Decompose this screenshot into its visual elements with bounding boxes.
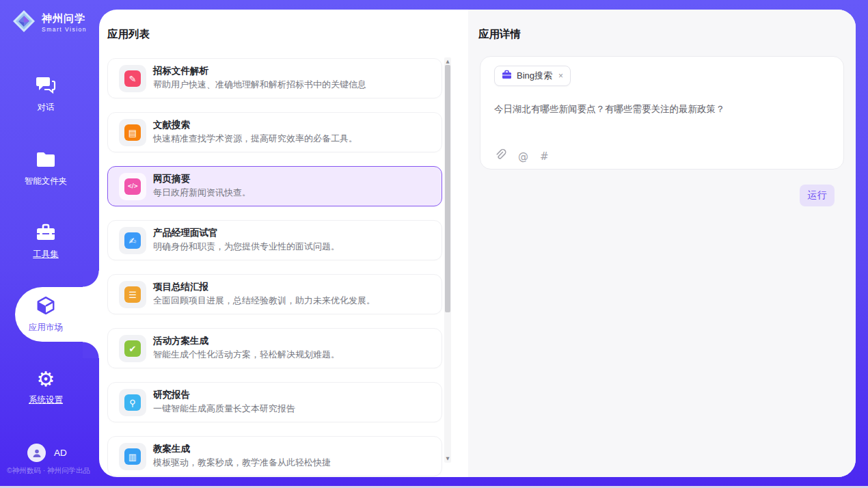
paperclip-icon[interactable] [494, 148, 506, 165]
app-list-item[interactable]: ✔ 活动方案生成 智能生成个性化活动方案，轻松解决规划难题。 [107, 328, 442, 368]
scroll-up-icon[interactable]: ▲ [444, 59, 451, 64]
app-item-title: 产品经理面试官 [153, 227, 218, 239]
app-list-item[interactable]: ☰ 项目总结汇报 全面回顾项目进展，总结经验教训，助力未来优化发展。 [107, 274, 442, 314]
app-list-item[interactable]: ✍ 产品经理面试官 明确身份和职责，为您提供专业性的面试问题。 [107, 220, 442, 260]
brand-logo: 神州问学 Smart Vision [11, 8, 87, 37]
scroll-down-icon[interactable]: ▼ [444, 456, 451, 461]
mention-icon[interactable]: @ [518, 150, 528, 163]
app-item-description: 明确身份和职责，为您提供专业性的面试问题。 [153, 241, 340, 253]
app-item-title: 招标文件解析 [153, 65, 208, 77]
app-list-item[interactable]: ✎ 招标文件解析 帮助用户快速、准确地理解和解析招标书中的关键信息 [107, 58, 442, 98]
app-item-description: 模板驱动，教案秒成，教学准备从此轻松快捷 [153, 457, 331, 469]
copyright-text: ©神州数码 · 神州问学出品 [7, 466, 90, 476]
sidebar-item-smart-folder[interactable]: 智能文件夹 [0, 151, 92, 187]
gear-icon: ⚙ [37, 369, 55, 390]
app-item-description: 智能生成个性化活动方案，轻松解决规划难题。 [153, 349, 340, 361]
hash-icon[interactable]: # [540, 150, 549, 163]
app-item-description: 每日政府新闻资讯快查。 [153, 187, 251, 199]
sidebar-item-chat[interactable]: 对话 [0, 76, 92, 113]
app-item-description: 全面回顾项目进展，总结经验教训，助力未来优化发展。 [153, 295, 375, 307]
scrollbar-thumb[interactable] [445, 65, 450, 312]
user-initials: AD [54, 448, 67, 458]
browser-code-icon: </> [124, 178, 141, 195]
app-item-title: 教案生成 [153, 443, 190, 455]
interviewer-icon: ✍ [124, 232, 141, 249]
book-icon: ▤ [124, 124, 141, 141]
app-item-title: 项目总结汇报 [153, 281, 208, 293]
app-item-title: 研究报告 [153, 389, 190, 401]
tab-curve-top [83, 271, 99, 287]
tool-chip-label: Bing搜索 [517, 70, 552, 82]
notepad-icon: ☰ [124, 286, 141, 303]
document-pen-icon: ✎ [124, 70, 141, 87]
books-icon: ▥ [124, 448, 141, 465]
chat-icon [36, 76, 56, 97]
app-list-item[interactable]: </> 网页摘要 每日政府新闻资讯快查。 [107, 166, 442, 206]
brand-name: 神州问学 [42, 12, 87, 25]
diamond-logo-icon [11, 8, 37, 37]
app-item-title: 网页摘要 [153, 173, 190, 185]
tool-chip-bing-search[interactable]: Bing搜索 × [494, 66, 571, 86]
list-scrollbar[interactable]: ▲ ▼ [444, 57, 451, 463]
briefcase-icon [502, 70, 512, 82]
clipboard-check-icon: ✔ [124, 340, 141, 357]
app-item-description: 一键智能生成高质量长文本研究报告 [153, 403, 295, 415]
close-icon[interactable]: × [557, 71, 563, 81]
avatar [27, 444, 46, 462]
app-item-title: 文献搜索 [153, 119, 190, 131]
app-list-item[interactable]: ▥ 教案生成 模板驱动，教案秒成，教学准备从此轻松快捷 [107, 436, 442, 476]
sidebar-item-label: 智能文件夹 [25, 176, 68, 187]
main-card: 应用列表 ✎ 招标文件解析 帮助用户快速、准确地理解和解析招标书中的关键信息 ▤… [99, 10, 856, 477]
app-item-title: 活动方案生成 [153, 335, 208, 347]
user-account[interactable]: AD [27, 444, 67, 462]
sidebar: 神州问学 Smart Vision 对话 智能文件夹 [0, 0, 99, 488]
run-button[interactable]: 运行 [800, 185, 835, 206]
app-detail-title: 应用详情 [478, 27, 521, 42]
sidebar-item-label: 对话 [38, 102, 55, 113]
tab-curve-bottom [83, 342, 99, 358]
cube-icon [36, 295, 56, 318]
sidebar-item-app-market[interactable]: 应用市场 [0, 287, 92, 342]
app-list: ✎ 招标文件解析 帮助用户快速、准确地理解和解析招标书中的关键信息 ▤ 文献搜索… [107, 58, 442, 476]
composer-toolbar: @ # [494, 148, 549, 165]
app-detail-panel: 应用详情 Bing搜索 × 今日湖北有哪些新闻要点？有哪些需要关注的最新政策？ [468, 10, 856, 477]
sidebar-item-label: 工具集 [33, 249, 59, 260]
app-list-title: 应用列表 [107, 27, 150, 42]
prompt-card: Bing搜索 × 今日湖北有哪些新闻要点？有哪些需要关注的最新政策？ @ # [480, 56, 844, 170]
microscope-icon: ⚲ [124, 394, 141, 411]
brand-subtitle: Smart Vision [42, 26, 87, 33]
app-window: 神州问学 Smart Vision 对话 智能文件夹 [0, 0, 868, 488]
app-list-item[interactable]: ⚲ 研究报告 一键智能生成高质量长文本研究报告 [107, 382, 442, 422]
app-item-description: 快速精准查找学术资源，提高研究效率的必备工具。 [153, 133, 357, 145]
query-input-text[interactable]: 今日湖北有哪些新闻要点？有哪些需要关注的最新政策？ [494, 103, 725, 116]
app-item-description: 帮助用户快速、准确地理解和解析招标书中的关键信息 [153, 79, 366, 91]
sidebar-item-settings[interactable]: ⚙ 系统设置 [0, 369, 92, 406]
toolbox-icon [36, 223, 56, 244]
app-list-item[interactable]: ▤ 文献搜索 快速精准查找学术资源，提高研究效率的必备工具。 [107, 112, 442, 152]
sidebar-item-label: 应用市场 [29, 322, 63, 334]
sidebar-item-label: 系统设置 [29, 394, 63, 406]
sidebar-item-toolset[interactable]: 工具集 [0, 223, 92, 260]
folder-icon [36, 151, 56, 171]
